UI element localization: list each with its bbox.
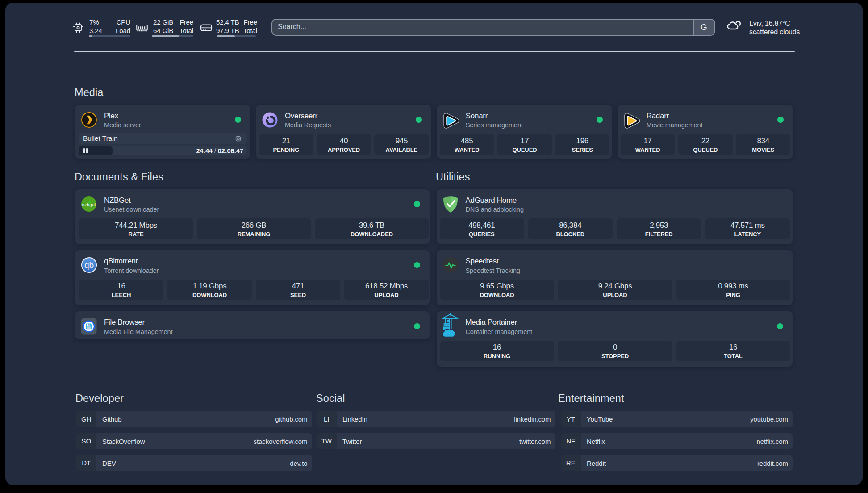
svg-text:nzbget: nzbget — [82, 202, 96, 207]
svg-text:qb: qb — [84, 260, 94, 270]
